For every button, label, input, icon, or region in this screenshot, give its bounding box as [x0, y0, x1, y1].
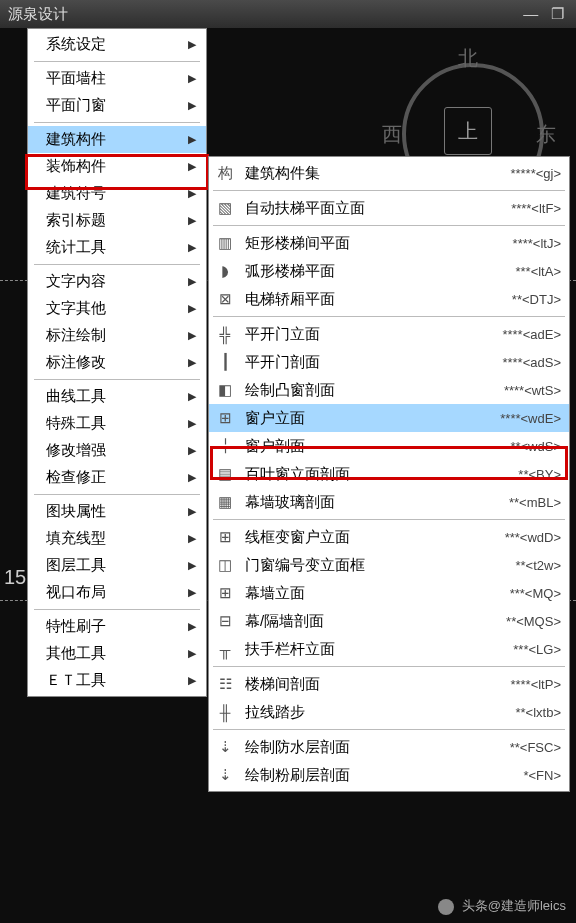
main-menu-item[interactable]: 文字内容▶ [28, 268, 206, 295]
submenu-item-label: 楼梯间剖面 [245, 675, 504, 694]
submenu-item[interactable]: ▧自动扶梯平面立面****<ltF> [209, 194, 569, 222]
menu-item-label: ＥＴ工具 [46, 671, 106, 690]
submenu-item-icon: ▤ [213, 463, 237, 485]
submenu-item-icon: ⊟ [213, 610, 237, 632]
chevron-right-icon: ▶ [188, 532, 196, 545]
submenu-item-label: 窗户立面 [245, 409, 494, 428]
submenu-item-shortcut: ****<adE> [502, 327, 561, 342]
window-title: 源泉设计 [8, 0, 68, 28]
submenu-item[interactable]: ╬平开门立面****<adE> [209, 320, 569, 348]
menu-item-label: 统计工具 [46, 238, 106, 257]
menu-item-label: 文字内容 [46, 272, 106, 291]
menu-item-label: 文字其他 [46, 299, 106, 318]
submenu-item-label: 幕墙立面 [245, 584, 504, 603]
submenu-item[interactable]: ☷楼梯间剖面****<ltP> [209, 670, 569, 698]
menu-item-label: 曲线工具 [46, 387, 106, 406]
submenu-item-shortcut: ****<ltJ> [513, 236, 561, 251]
compass-up[interactable]: 上 [444, 107, 492, 155]
main-menu-item[interactable]: 建筑符号▶ [28, 180, 206, 207]
restore-icon[interactable]: ❐ [546, 0, 568, 28]
menu-separator [34, 379, 200, 380]
main-menu-item[interactable]: 检查修正▶ [28, 464, 206, 491]
title-bar[interactable]: 源泉设计 — ❐ [0, 0, 576, 29]
submenu-item[interactable]: ◗弧形楼梯平面***<ltA> [209, 257, 569, 285]
submenu-item[interactable]: ╎窗户剖面**<wdS> [209, 432, 569, 460]
submenu-item[interactable]: ⊠电梯轿厢平面**<DTJ> [209, 285, 569, 313]
submenu-item-shortcut: *<FN> [523, 768, 561, 783]
main-menu-item[interactable]: 修改增强▶ [28, 437, 206, 464]
submenu-item[interactable]: ⊟幕/隔墙剖面**<MQS> [209, 607, 569, 635]
menu-item-label: 建筑构件 [46, 130, 106, 149]
submenu-item[interactable]: ╥扶手栏杆立面***<LG> [209, 635, 569, 663]
main-menu-item[interactable]: 索引标题▶ [28, 207, 206, 234]
submenu-item[interactable]: ▦幕墙玻璃剖面**<mBL> [209, 488, 569, 516]
menu-item-label: 图层工具 [46, 556, 106, 575]
main-menu-item[interactable]: 装饰构件▶ [28, 153, 206, 180]
menu-item-label: 其他工具 [46, 644, 106, 663]
submenu-item-icon: ╥ [213, 638, 237, 660]
submenu-item-label: 窗户剖面 [245, 437, 504, 456]
submenu-item-shortcut: ***<ltA> [515, 264, 561, 279]
submenu-item[interactable]: ▤百叶窗立面剖面**<BY> [209, 460, 569, 488]
main-menu-item[interactable]: 图层工具▶ [28, 552, 206, 579]
main-menu-item[interactable]: 特殊工具▶ [28, 410, 206, 437]
menu-separator [213, 316, 565, 317]
chevron-right-icon: ▶ [188, 160, 196, 173]
menu-separator [213, 225, 565, 226]
main-menu-item[interactable]: 特性刷子▶ [28, 613, 206, 640]
menu-item-label: 索引标题 [46, 211, 106, 230]
main-menu-item[interactable]: 其他工具▶ [28, 640, 206, 667]
submenu-item-shortcut: ****<ltF> [511, 201, 561, 216]
main-menu-item[interactable]: 曲线工具▶ [28, 383, 206, 410]
chevron-right-icon: ▶ [188, 471, 196, 484]
menu-separator [34, 264, 200, 265]
minimize-icon[interactable]: — [520, 0, 542, 28]
main-menu-item[interactable]: 填充线型▶ [28, 525, 206, 552]
submenu-item-shortcut: ****<ltP> [510, 677, 561, 692]
submenu-item-icon: ▧ [213, 197, 237, 219]
submenu-item[interactable]: ⊞幕墙立面***<MQ> [209, 579, 569, 607]
main-menu-item[interactable]: 标注绘制▶ [28, 322, 206, 349]
main-menu-item[interactable]: 平面门窗▶ [28, 92, 206, 119]
menu-item-label: 平面墙柱 [46, 69, 106, 88]
chevron-right-icon: ▶ [188, 275, 196, 288]
submenu-item-shortcut: **<t2w> [515, 558, 561, 573]
submenu-item-icon: ┃ [213, 351, 237, 373]
submenu-item[interactable]: 构建筑构件集*****<gj> [209, 159, 569, 187]
menu-separator [213, 729, 565, 730]
submenu-item[interactable]: ┃平开门剖面****<adS> [209, 348, 569, 376]
main-menu-item[interactable]: 标注修改▶ [28, 349, 206, 376]
submenu-item-label: 幕/隔墙剖面 [245, 612, 500, 631]
main-menu-item[interactable]: 图块属性▶ [28, 498, 206, 525]
submenu-item[interactable]: ⊞线框变窗户立面***<wdD> [209, 523, 569, 551]
submenu-item[interactable]: ⇣绘制防水层剖面**<FSC> [209, 733, 569, 761]
main-menu-item[interactable]: 视口布局▶ [28, 579, 206, 606]
main-menu-item[interactable]: ＥＴ工具▶ [28, 667, 206, 694]
submenu-item[interactable]: ╫拉线踏步**<lxtb> [209, 698, 569, 726]
menu-separator [213, 666, 565, 667]
submenu-item[interactable]: ⊞窗户立面****<wdE> [209, 404, 569, 432]
submenu-item[interactable]: ⇣绘制粉刷层剖面*<FN> [209, 761, 569, 789]
main-menu-item[interactable]: 文字其他▶ [28, 295, 206, 322]
menu-item-label: 特性刷子 [46, 617, 106, 636]
submenu-building-components[interactable]: 构建筑构件集*****<gj>▧自动扶梯平面立面****<ltF>▥矩形楼梯间平… [208, 156, 570, 792]
chevron-right-icon: ▶ [188, 38, 196, 51]
main-menu-item[interactable]: 建筑构件▶ [28, 126, 206, 153]
menu-item-label: 检查修正 [46, 468, 106, 487]
submenu-item[interactable]: ◫门窗编号变立面框**<t2w> [209, 551, 569, 579]
menu-separator [34, 494, 200, 495]
menu-separator [34, 61, 200, 62]
submenu-item-icon: ⇣ [213, 736, 237, 758]
main-menu-item[interactable]: 统计工具▶ [28, 234, 206, 261]
submenu-item-label: 平开门剖面 [245, 353, 496, 372]
submenu-item-shortcut: ***<wdD> [505, 530, 561, 545]
main-menu-item[interactable]: 系统设定▶ [28, 31, 206, 58]
submenu-item-label: 扶手栏杆立面 [245, 640, 507, 659]
main-menu-item[interactable]: 平面墙柱▶ [28, 65, 206, 92]
submenu-item-label: 电梯轿厢平面 [245, 290, 506, 309]
submenu-item[interactable]: ◧绘制凸窗剖面****<wtS> [209, 376, 569, 404]
main-menu[interactable]: 系统设定▶平面墙柱▶平面门窗▶建筑构件▶装饰构件▶建筑符号▶索引标题▶统计工具▶… [27, 28, 207, 697]
menu-item-label: 填充线型 [46, 529, 106, 548]
submenu-item[interactable]: ▥矩形楼梯间平面****<ltJ> [209, 229, 569, 257]
chevron-right-icon: ▶ [188, 647, 196, 660]
